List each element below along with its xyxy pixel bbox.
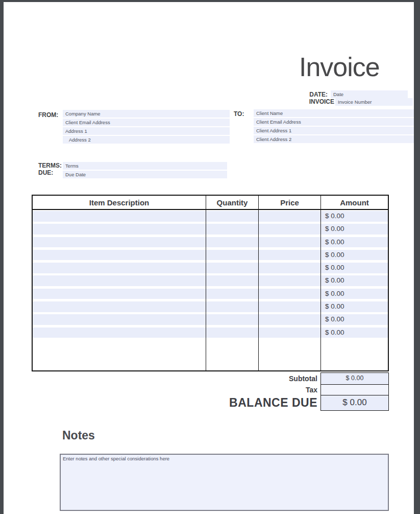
subtotal-label: Subtotal xyxy=(185,375,317,383)
quantity-column xyxy=(206,210,259,370)
amount-column: $ 0.00 $ 0.00 $ 0.00 $ 0.00 $ 0.00 $ 0.0… xyxy=(321,210,388,370)
item-price-cell[interactable] xyxy=(259,224,320,235)
viewer-frame-right xyxy=(414,0,420,514)
item-amount-cell[interactable]: $ 0.00 xyxy=(321,211,388,222)
item-quantity-cell[interactable] xyxy=(206,328,258,338)
item-description-cell[interactable] xyxy=(33,250,206,261)
item-amount-cell[interactable]: $ 0.00 xyxy=(321,224,388,235)
balance-due-value[interactable]: $ 0.00 xyxy=(320,395,389,411)
item-description-cell[interactable] xyxy=(33,237,206,248)
terms-label: TERMS: xyxy=(38,162,62,169)
item-description-cell[interactable] xyxy=(33,211,206,222)
item-description-cell[interactable] xyxy=(33,314,206,325)
item-description-cell[interactable] xyxy=(33,289,206,299)
item-description-cell[interactable] xyxy=(33,328,206,338)
balance-due-label: BALANCE DUE xyxy=(144,396,317,410)
from-label: FROM: xyxy=(38,111,58,119)
table-body: $ 0.00 $ 0.00 $ 0.00 $ 0.00 $ 0.00 $ 0.0… xyxy=(33,210,388,370)
notes-heading: Notes xyxy=(62,429,95,442)
header-item-description: Item Description xyxy=(33,196,206,209)
item-amount-cell[interactable]: $ 0.00 xyxy=(321,328,388,338)
due-label: DUE: xyxy=(38,169,53,176)
item-description-cell[interactable] xyxy=(33,275,206,286)
terms-fields: Terms Due Date xyxy=(63,162,227,179)
item-price-cell[interactable] xyxy=(259,275,320,286)
tax-label: Tax xyxy=(185,386,317,394)
item-amount-cell[interactable]: $ 0.00 xyxy=(321,301,388,312)
item-quantity-cell[interactable] xyxy=(206,250,258,261)
item-price-cell[interactable] xyxy=(259,314,320,325)
item-quantity-cell[interactable] xyxy=(206,237,258,248)
date-label: DATE: xyxy=(276,91,328,98)
invoice-number-label: INVOICE xyxy=(276,98,334,105)
from-address2-input[interactable]: Address 2 xyxy=(63,136,230,144)
item-quantity-cell[interactable] xyxy=(206,301,258,312)
from-email-input[interactable]: Client Email Address xyxy=(63,119,230,126)
from-address1-input[interactable]: Address 1 xyxy=(63,127,230,135)
table-header-row: Item Description Quantity Price Amount xyxy=(33,196,388,210)
viewer-frame-left xyxy=(0,0,4,514)
item-quantity-cell[interactable] xyxy=(206,289,258,299)
item-price-cell[interactable] xyxy=(259,289,320,299)
item-price-cell[interactable] xyxy=(259,301,320,312)
from-company-name-input[interactable]: Company Name xyxy=(63,110,230,118)
header-price: Price xyxy=(259,196,321,209)
price-column xyxy=(259,210,321,370)
item-quantity-cell[interactable] xyxy=(206,211,258,222)
to-email-input[interactable]: Client Email Address xyxy=(254,118,414,126)
item-quantity-cell[interactable] xyxy=(206,314,258,325)
item-amount-cell[interactable]: $ 0.00 xyxy=(321,237,388,248)
item-price-cell[interactable] xyxy=(259,211,320,222)
item-amount-cell[interactable]: $ 0.00 xyxy=(321,275,388,286)
invoice-number-input[interactable]: Invoice Number xyxy=(335,98,413,106)
item-amount-cell[interactable]: $ 0.00 xyxy=(321,289,388,299)
item-quantity-cell[interactable] xyxy=(206,263,258,273)
item-description-cell[interactable] xyxy=(33,301,206,312)
invoice-title: Invoice xyxy=(299,53,380,81)
item-price-cell[interactable] xyxy=(259,263,320,273)
to-client-name-input[interactable]: Client Name xyxy=(254,109,414,117)
date-input[interactable]: Date xyxy=(331,90,408,98)
terms-input[interactable]: Terms xyxy=(63,162,227,170)
item-price-cell[interactable] xyxy=(259,250,320,261)
header-amount: Amount xyxy=(321,196,388,209)
to-label: TO: xyxy=(234,110,244,118)
notes-textarea[interactable] xyxy=(60,454,389,511)
from-fields: Company Name Client Email Address Addres… xyxy=(63,110,230,145)
item-amount-cell[interactable]: $ 0.00 xyxy=(321,314,388,325)
item-amount-cell[interactable]: $ 0.00 xyxy=(321,263,388,273)
item-description-cell[interactable] xyxy=(33,263,206,273)
due-date-input[interactable]: Due Date xyxy=(63,171,227,178)
tax-value-input[interactable] xyxy=(320,384,389,396)
item-price-cell[interactable] xyxy=(259,237,320,248)
item-quantity-cell[interactable] xyxy=(206,224,258,235)
line-items-table: Item Description Quantity Price Amount xyxy=(32,195,389,371)
viewer-frame-top xyxy=(0,0,420,2)
to-address2-input[interactable]: Client Address 2 xyxy=(254,135,414,143)
to-fields: Client Name Client Email Address Client … xyxy=(254,109,414,144)
description-column xyxy=(33,210,206,370)
item-quantity-cell[interactable] xyxy=(206,275,258,286)
item-description-cell[interactable] xyxy=(33,224,206,235)
totals-boxes: $ 0.00 $ 0.00 xyxy=(320,372,389,411)
to-address1-input[interactable]: Client Address 1 xyxy=(254,127,414,134)
subtotal-value[interactable]: $ 0.00 xyxy=(320,372,389,385)
header-quantity: Quantity xyxy=(206,196,259,209)
item-amount-cell[interactable]: $ 0.00 xyxy=(321,250,388,261)
item-price-cell[interactable] xyxy=(259,328,320,338)
